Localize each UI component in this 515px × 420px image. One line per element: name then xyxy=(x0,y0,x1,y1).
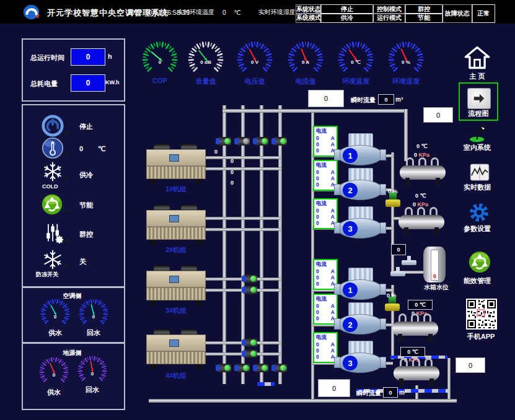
control-valve-1[interactable] xyxy=(385,199,400,207)
source-return-gauge: 0 xyxy=(76,354,109,384)
nav-flow-selected[interactable]: 流程图 xyxy=(459,82,498,121)
manifold1-pressure: 0 KPa xyxy=(414,152,429,158)
nav-indoor[interactable]: 室内系统 xyxy=(460,143,495,152)
butterfly-valve[interactable] xyxy=(236,137,250,146)
flow-pipe-segment xyxy=(257,382,275,386)
nav-realtime[interactable]: 实时数据 xyxy=(460,183,495,192)
system-mode-value[interactable]: 供冷 xyxy=(320,13,374,23)
pump-5[interactable]: 2 xyxy=(336,302,384,336)
current-label: 电流值 xyxy=(287,77,324,86)
current-gauge: 0 A xyxy=(286,40,325,76)
pipe-segment xyxy=(205,228,281,231)
inline-valve[interactable] xyxy=(244,338,257,347)
butterfly-valve[interactable] xyxy=(255,364,268,372)
tank-level-value: 0 xyxy=(431,273,438,279)
flow-top-unit: m³ xyxy=(395,96,403,103)
run-mode-value[interactable]: 节能 xyxy=(405,13,443,23)
butterfly-valve[interactable] xyxy=(255,137,268,146)
env-hum-label: 实时环境湿度 xyxy=(258,8,296,17)
manifold3-temp: 0 ℃ xyxy=(408,300,433,310)
chiller-unit-2[interactable] xyxy=(146,204,206,245)
manifold-tank-4 xyxy=(394,358,439,387)
cop-gauge: 0 xyxy=(141,40,179,76)
energy-mode-text: 节能 xyxy=(79,201,93,210)
source-supply-label: 供水 xyxy=(37,388,71,397)
pump-6[interactable]: 3 xyxy=(336,341,384,374)
inline-valve[interactable] xyxy=(244,286,257,294)
butterfly-valve[interactable] xyxy=(218,364,231,372)
numeric-display: 0 xyxy=(456,357,485,373)
qr-code-icon[interactable] xyxy=(465,299,498,332)
flow-bottom-value: 0 xyxy=(383,387,398,398)
chiller-unit-3[interactable] xyxy=(146,265,206,306)
cold-caption: COLD xyxy=(42,183,58,190)
butterfly-valve[interactable] xyxy=(273,137,287,146)
flow-arrow-icon xyxy=(467,88,491,109)
ac-return-gauge: 0 xyxy=(77,297,110,327)
manifold1-temp: 0 ℃ xyxy=(416,143,428,149)
home-icon[interactable] xyxy=(464,45,491,73)
pipe-value: 0 xyxy=(231,180,234,186)
recycle-icon[interactable] xyxy=(41,193,63,218)
sliders-icon[interactable] xyxy=(42,222,64,247)
chiller-2-label: 2#机组 xyxy=(157,245,195,255)
pump-1[interactable]: 1 xyxy=(336,133,384,167)
env-hum-gauge: 0 % xyxy=(387,40,425,76)
source-supply-gauge: 0 xyxy=(37,356,71,385)
nav-app[interactable]: 手机APP xyxy=(462,332,500,341)
tank-valve[interactable] xyxy=(390,271,405,276)
thermometer-icon[interactable] xyxy=(42,137,64,162)
env-temp-gauge: 0 ℃ xyxy=(337,40,375,76)
antifreeze-caption: 防冻开关 xyxy=(36,271,58,279)
flow-top-value: 0 xyxy=(378,94,394,105)
manifold2-pressure: 0 KPa xyxy=(413,201,428,208)
tank-aux-value: 0 xyxy=(391,244,406,255)
snowflake-cold-icon[interactable] xyxy=(42,161,63,185)
pipe-segment xyxy=(205,156,281,159)
antifreeze-snowflake-icon[interactable] xyxy=(42,249,63,273)
inline-valve[interactable] xyxy=(244,349,257,358)
pipe-segment xyxy=(415,385,418,400)
params-gear-icon[interactable] xyxy=(469,202,490,225)
indoor-system-icon[interactable] xyxy=(469,124,490,145)
butterfly-valve[interactable] xyxy=(218,137,231,146)
chiller-unit-4[interactable] xyxy=(146,329,206,370)
manifold2-temp: 0 ℃ xyxy=(415,193,426,199)
water-tank: 0 xyxy=(423,247,446,282)
pump-4[interactable]: 1 xyxy=(336,268,384,301)
pipe-segment xyxy=(205,167,281,170)
pump-3[interactable]: 3 xyxy=(336,206,384,240)
run-mode-label: 运行模式 xyxy=(372,13,406,23)
butterfly-valve[interactable] xyxy=(236,364,250,372)
top-status-bar: 开元学校智慧中央空调管理系统 2022-10-11 16:58:19 实时环境温… xyxy=(0,0,515,24)
nav-home[interactable]: 主 页 xyxy=(461,72,493,81)
noise-gauge: 0 dB xyxy=(187,40,225,76)
env-temp-unit: ℃ xyxy=(234,9,241,16)
pipe-segment xyxy=(205,217,281,220)
nav-params[interactable]: 参数设置 xyxy=(460,224,495,234)
tank-valve[interactable] xyxy=(402,260,416,265)
pipe-value: 0 xyxy=(231,169,234,175)
system-mode-label: 系统模式 xyxy=(296,13,322,23)
pump-2[interactable]: 2 xyxy=(336,168,384,201)
run-state-text: 停止 xyxy=(79,122,93,131)
source-return-label: 回水 xyxy=(76,385,109,395)
inline-valve[interactable] xyxy=(244,274,257,283)
system-status-panel xyxy=(22,104,125,287)
pipe-segment xyxy=(447,358,451,401)
power-icon[interactable] xyxy=(41,114,64,140)
pipe-segment xyxy=(222,109,408,113)
nav-energy[interactable]: 能效管理 xyxy=(460,276,495,286)
flow-display-top: 0 xyxy=(308,90,344,107)
butterfly-valve[interactable] xyxy=(273,364,287,372)
chiller-unit-1[interactable] xyxy=(146,144,206,185)
chiller-4-label: 4#机组 xyxy=(157,371,195,380)
realtime-data-icon[interactable] xyxy=(470,164,490,183)
chiller-3-label: 3#机组 xyxy=(157,306,195,315)
runtime-label: 总运行时间 xyxy=(30,53,64,63)
ac-return-label: 回水 xyxy=(77,328,110,338)
temp-value: 0 xyxy=(79,145,83,152)
control-valve-2[interactable] xyxy=(385,304,400,311)
energy-recycle-icon[interactable] xyxy=(468,250,491,276)
env-hum-label2: 环境湿度 xyxy=(387,77,425,86)
